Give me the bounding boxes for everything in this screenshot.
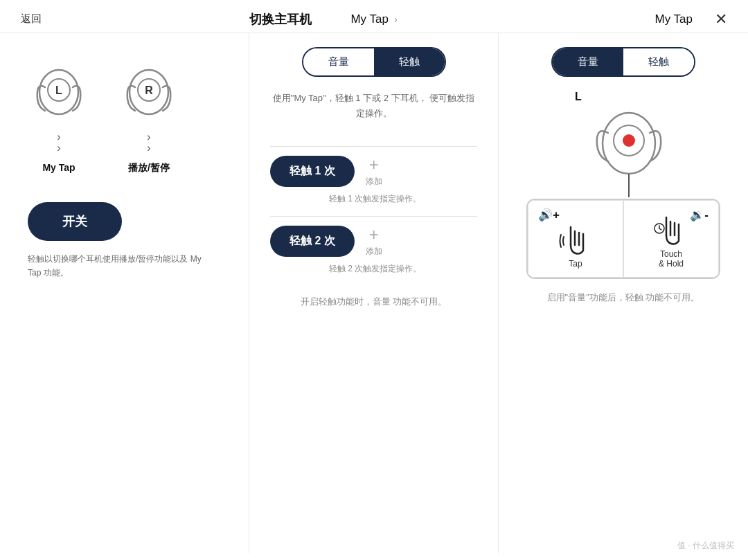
right-label-l: L: [575, 91, 582, 103]
svg-point-8: [623, 134, 635, 147]
back-button[interactable]: 返回: [21, 12, 42, 26]
tab-touch-right[interactable]: 轻触: [623, 48, 694, 75]
close-button[interactable]: ✕: [715, 10, 727, 28]
mid-desc: 使用"My Tap"，轻触 1 下或 2 下耳机， 便可触发指定操作。: [270, 91, 477, 121]
left-panel-desc: 轻触以切换哪个耳机使用播放/暂停功能以及 My Tap 功能。: [28, 252, 208, 280]
right-tab-group: 音量 轻触: [551, 47, 695, 77]
header-mytap-center-label: My Tap: [350, 12, 389, 26]
tap2-badge: 轻触 2 次: [270, 226, 355, 257]
earbud-L-chevrons: › ›: [57, 132, 60, 154]
header-mytap-center: My Tap ›: [350, 12, 397, 26]
touch-hold-hand-icon: [652, 212, 690, 249]
divider-1: [270, 146, 477, 147]
tap-hand-icon: [557, 222, 594, 259]
tap-cell-vol-up: 🔊+ Tap: [528, 200, 623, 278]
tap-cell-vol-down: 🔉- Touch& Hold: [623, 200, 719, 278]
tap-label: Tap: [569, 259, 582, 269]
tab-volume-right[interactable]: 音量: [553, 48, 623, 75]
tap2-row: 轻触 2 次 + 添加: [270, 225, 477, 258]
mid-tab-group: 音量 轻触: [302, 47, 446, 77]
tab-volume-mid[interactable]: 音量: [303, 48, 374, 75]
header: 返回 切换主耳机 My Tap › My Tap ✕: [0, 0, 748, 33]
touch-hold-label: Touch& Hold: [659, 249, 684, 269]
tap2-add-label: 添加: [366, 246, 382, 258]
switch-button[interactable]: 开关: [28, 202, 122, 241]
main-content: L › › My Tap R: [0, 33, 748, 553]
earbud-R-label: 播放/暂停: [128, 162, 170, 174]
earbud-L-icon: L: [28, 61, 90, 123]
watermark: 值 · 什么值得买: [677, 540, 734, 552]
earbud-R-chevrons: › ›: [147, 132, 150, 154]
header-chevron-icon: ›: [394, 14, 398, 25]
vol-up-label: 🔊+: [538, 208, 560, 222]
earbud-left-item: L › › My Tap: [28, 61, 90, 174]
svg-text:R: R: [145, 84, 153, 96]
tap2-sub-desc: 轻触 2 次触发指定操作。: [326, 263, 421, 275]
divider-2: [270, 216, 477, 217]
tap1-add-button[interactable]: + 添加: [366, 155, 382, 188]
panel-mid: 音量 轻触 使用"My Tap"，轻触 1 下或 2 下耳机， 便可触发指定操作…: [249, 33, 499, 553]
tap1-add-label: 添加: [366, 176, 382, 188]
svg-text:L: L: [55, 84, 62, 96]
mid-bottom-desc: 开启轻触功能时，音量 功能不可用。: [301, 294, 447, 309]
panel-right: 音量 轻触 L 🔊+: [499, 33, 748, 553]
header-mytap-right-label: My Tap: [655, 12, 693, 26]
earbud-L-label: My Tap: [42, 162, 75, 173]
tap1-row: 轻触 1 次 + 添加: [270, 155, 477, 188]
tap-grid: 🔊+ Tap 🔉-: [526, 199, 720, 279]
panel-left: L › › My Tap R: [0, 33, 249, 553]
right-bottom-desc: 启用"音量"功能后，轻触 功能不可用。: [547, 290, 700, 305]
tap2-add-button[interactable]: + 添加: [366, 225, 382, 258]
tap1-sub-desc: 轻触 1 次触发指定操作。: [326, 193, 421, 205]
right-earbud-area: [526, 109, 720, 199]
tab-touch-mid[interactable]: 轻触: [374, 48, 445, 75]
earbuds-row: L › › My Tap R: [28, 61, 180, 174]
tap1-badge: 轻触 1 次: [270, 156, 355, 187]
tap-grid-wrapper: 🔊+ Tap 🔉-: [526, 199, 720, 279]
vol-down-label: 🔉-: [690, 208, 709, 222]
page-title: 切换主耳机: [249, 11, 312, 28]
earbud-R-icon: R: [118, 61, 180, 123]
earbud-right-item: R › › 播放/暂停: [118, 61, 180, 174]
right-earbud-icon: [526, 109, 720, 199]
